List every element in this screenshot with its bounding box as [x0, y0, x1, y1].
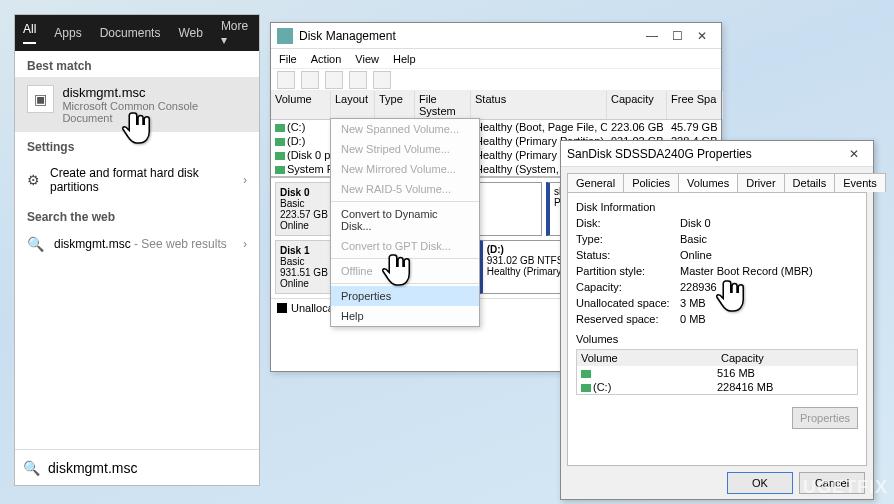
toolbar-button[interactable] [277, 71, 295, 89]
ptab-policies[interactable]: Policies [623, 173, 679, 192]
ptab-driver[interactable]: Driver [737, 173, 784, 192]
properties-button: Properties [792, 407, 858, 429]
tab-more[interactable]: More ▾ [221, 19, 251, 47]
web-result-text: diskmgmt.msc - See web results [54, 237, 227, 251]
cursor-hand-icon [712, 276, 752, 316]
volume-table-row[interactable]: 516 MB [577, 366, 857, 380]
volumes-label: Volumes [576, 333, 858, 345]
search-icon: 🔍 [27, 236, 44, 252]
cursor-hand-icon [118, 108, 158, 148]
toolbar [271, 69, 721, 91]
web-result-item[interactable]: 🔍 diskmgmt.msc - See web results › [15, 228, 259, 260]
ctx-new-raid5: New RAID-5 Volume... [331, 179, 479, 199]
ctx-new-spanned: New Spanned Volume... [331, 119, 479, 139]
search-web-label: Search the web [15, 202, 259, 228]
disk-properties-dialog: SanDisk SDSSDA240G Properties ✕ General … [560, 140, 874, 500]
setting-text: Create and format hard disk partitions [50, 166, 233, 194]
search-input[interactable] [48, 460, 251, 476]
menu-action[interactable]: Action [311, 53, 342, 65]
volume-table-row[interactable]: (C:)228416 MB [577, 380, 857, 394]
best-match-label: Best match [15, 51, 259, 77]
maximize-icon[interactable]: ☐ [672, 29, 683, 43]
ptab-general[interactable]: General [567, 173, 624, 192]
cursor-hand-icon [378, 250, 418, 290]
ok-button[interactable]: OK [727, 472, 793, 494]
ctx-new-striped: New Striped Volume... [331, 139, 479, 159]
tab-web[interactable]: Web [178, 26, 202, 40]
tab-all[interactable]: All [23, 22, 36, 44]
gear-icon: ⚙ [27, 172, 40, 188]
toolbar-button[interactable] [349, 71, 367, 89]
minimize-icon[interactable]: — [646, 29, 658, 43]
window-title: Disk Management [299, 29, 396, 43]
disk-context-menu: New Spanned Volume... New Striped Volume… [330, 118, 480, 327]
menubar: File Action View Help [271, 49, 721, 69]
chevron-right-icon: › [243, 237, 247, 251]
menu-help[interactable]: Help [393, 53, 416, 65]
dm-titlebar[interactable]: Disk Management — ☐ ✕ [271, 23, 721, 49]
search-box[interactable]: 🔍 [15, 449, 259, 485]
close-icon[interactable]: ✕ [849, 147, 859, 161]
tab-documents[interactable]: Documents [100, 26, 161, 40]
search-icon: 🔍 [23, 460, 40, 476]
app-icon [277, 28, 293, 44]
mmc-icon: ▣ [27, 85, 54, 113]
ptab-events[interactable]: Events [834, 173, 886, 192]
search-flyout: All Apps Documents Web More ▾ Best match… [14, 14, 260, 486]
ptab-details[interactable]: Details [784, 173, 836, 192]
volumes-table[interactable]: VolumeCapacity 516 MB(C:)228416 MB [576, 349, 858, 395]
chevron-right-icon: › [243, 173, 247, 187]
toolbar-button[interactable] [373, 71, 391, 89]
toolbar-button[interactable] [301, 71, 319, 89]
ctx-new-mirrored: New Mirrored Volume... [331, 159, 479, 179]
dialog-title: SanDisk SDSSDA240G Properties [567, 147, 752, 161]
ctx-help[interactable]: Help [331, 306, 479, 326]
volume-list-header: VolumeLayoutTypeFile SystemStatusCapacit… [271, 91, 721, 120]
toolbar-button[interactable] [325, 71, 343, 89]
ctx-convert-dynamic[interactable]: Convert to Dynamic Disk... [331, 204, 479, 236]
prop-tabs: General Policies Volumes Driver Details … [561, 167, 873, 192]
best-match-title: diskmgmt.msc [62, 85, 247, 100]
tab-apps[interactable]: Apps [54, 26, 81, 40]
close-icon[interactable]: ✕ [697, 29, 707, 43]
watermark: UGETFIX [803, 477, 888, 498]
menu-view[interactable]: View [355, 53, 379, 65]
menu-file[interactable]: File [279, 53, 297, 65]
setting-item-partitions[interactable]: ⚙ Create and format hard disk partitions… [15, 158, 259, 202]
search-tabs: All Apps Documents Web More ▾ [15, 15, 259, 51]
disk-info-label: Disk Information [576, 201, 858, 213]
ptab-volumes[interactable]: Volumes [678, 173, 738, 192]
